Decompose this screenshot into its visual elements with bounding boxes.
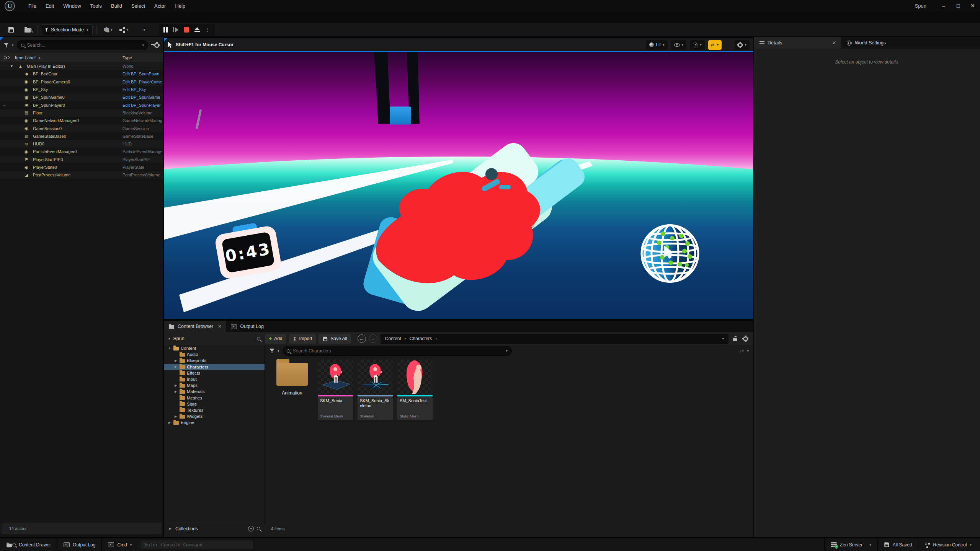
tree-folder-maps[interactable]: ▶Maps bbox=[164, 382, 265, 388]
all-saved-button[interactable]: All Saved bbox=[878, 538, 918, 551]
tree-folder-effects[interactable]: Effects bbox=[164, 370, 265, 376]
actor-label[interactable]: Floor bbox=[33, 111, 42, 115]
actor-label[interactable]: GameNetworkManager0 bbox=[33, 118, 79, 123]
close-button[interactable]: ✕ bbox=[965, 0, 980, 11]
menu-actor[interactable]: Actor bbox=[150, 0, 170, 11]
outliner-row[interactable]: ◉BP_PlayerCamera0Edit BP_PlayerCamera bbox=[0, 78, 163, 86]
asset-filter-chevron[interactable]: ▾ bbox=[278, 349, 279, 353]
eject-button[interactable] bbox=[194, 27, 200, 32]
tree-folder-widgets[interactable]: ▶Widgets bbox=[164, 413, 265, 419]
tree-folder-content[interactable]: ▼Content bbox=[164, 345, 265, 351]
asset-card-skm_sonia_skeleton[interactable]: SKM_Sonia_Skeleton Skeleton bbox=[358, 360, 393, 420]
frame-skip-button[interactable] bbox=[173, 27, 178, 33]
collections-chevron[interactable]: ▶ bbox=[168, 527, 172, 530]
asset-folder-animation[interactable]: Animation bbox=[271, 360, 313, 396]
tree-chevron[interactable]: ▼ bbox=[168, 347, 172, 350]
menu-build[interactable]: Build bbox=[106, 0, 127, 11]
outliner-search-input[interactable] bbox=[27, 42, 140, 48]
outliner-row[interactable]: ▣BP_SpunGame0Edit BP_SpunGame bbox=[0, 93, 163, 101]
source-search-icon[interactable] bbox=[257, 337, 260, 341]
outliner-row[interactable]: ◉ParticleEventManager0ParticleEventManag… bbox=[0, 148, 163, 155]
import-button[interactable]: ↧Import bbox=[289, 334, 316, 344]
tab-details[interactable]: Details ✕ bbox=[754, 37, 841, 49]
cinematics-dropdown-button[interactable]: ▾ bbox=[132, 25, 149, 35]
menu-select[interactable]: Select bbox=[127, 0, 150, 11]
actor-label[interactable]: Main (Play In Editor) bbox=[27, 64, 65, 68]
tree-chevron[interactable]: ▶ bbox=[174, 415, 178, 418]
hidden-eye-icon[interactable]: ⌣ bbox=[3, 103, 10, 108]
outliner-row[interactable]: ⊕HUD0HUD bbox=[0, 140, 163, 148]
breadcrumb[interactable]: Content›Characters› ▾ bbox=[381, 334, 728, 344]
outliner-row[interactable]: ☻BP_BedCharEdit BP_SpunPawn bbox=[0, 70, 163, 78]
camera-speed-dropdown[interactable]: ▾ bbox=[690, 40, 705, 50]
eye-column-icon[interactable] bbox=[4, 56, 10, 59]
actor-label[interactable]: PlayerState0 bbox=[33, 165, 57, 170]
edit-blueprint-link[interactable]: Edit BP_SpunGame bbox=[122, 95, 162, 99]
actor-label[interactable]: PlayerStartPIE0 bbox=[33, 157, 63, 162]
cmd-dropdown[interactable]: >_Cmd▾ bbox=[102, 538, 138, 551]
zen-server-button[interactable]: Zen Server▾ bbox=[825, 538, 877, 551]
actor-label[interactable]: GameStateBase0 bbox=[33, 134, 66, 139]
sort-view-chevron[interactable]: ▾ bbox=[747, 349, 749, 353]
tab-content-browser[interactable]: Content Browser ✕ bbox=[164, 321, 226, 332]
outliner-row[interactable]: ▤FloorBlockingVolume bbox=[0, 109, 163, 117]
outliner-row[interactable]: ⌣▣BP_SpunPlayer0Edit BP_SpunPlayer bbox=[0, 101, 163, 109]
outliner-search[interactable]: ▾ bbox=[17, 40, 148, 50]
menu-tools[interactable]: Tools bbox=[86, 0, 106, 11]
back-button[interactable]: ← bbox=[358, 334, 366, 343]
actor-label[interactable]: BP_SpunPlayer0 bbox=[33, 103, 65, 108]
viewport-scene[interactable]: 0:43 bbox=[164, 51, 753, 319]
save-current-level-button[interactable] bbox=[5, 25, 17, 35]
tree-folder-textures[interactable]: Textures bbox=[164, 407, 265, 413]
tree-folder-blueprints[interactable]: ▶Blueprints bbox=[164, 357, 265, 364]
view-mode-dropdown[interactable]: Lit▾ bbox=[646, 40, 667, 50]
outliner-row[interactable]: ▧GameStateBase0GameStateBase bbox=[0, 132, 163, 140]
blueprints-dropdown-button[interactable]: ▾ bbox=[116, 25, 132, 35]
outliner-row[interactable]: ◪PostProcessVolumePostProcessVolume bbox=[0, 171, 163, 179]
actor-label[interactable]: PostProcessVolume bbox=[33, 173, 70, 177]
minimize-button[interactable]: – bbox=[936, 0, 951, 11]
tree-folder-characters[interactable]: ▶Characters bbox=[164, 364, 265, 370]
asset-search[interactable]: ▾ bbox=[283, 346, 512, 356]
tree-folder-input[interactable]: Input bbox=[164, 376, 265, 382]
edit-blueprint-link[interactable]: Edit BP_SpunPlayer bbox=[122, 103, 162, 108]
outliner-filter-icon[interactable] bbox=[4, 43, 9, 47]
outliner-settings-icon[interactable] bbox=[154, 43, 159, 48]
tree-chevron[interactable]: ▶ bbox=[174, 384, 178, 387]
asset-card-skm_sonia[interactable]: SKM_Sonia Skeletal Mesh bbox=[318, 360, 353, 420]
play-options-menu[interactable]: ⋮ bbox=[205, 27, 210, 33]
breadcrumb-characters[interactable]: Characters bbox=[410, 336, 432, 341]
tree-folder-audio[interactable]: Audio bbox=[164, 351, 265, 357]
sort-view-options-icon[interactable]: ↓≡ bbox=[739, 348, 744, 354]
outliner-row[interactable]: ◉GameNetworkManager0GameNetworkManager bbox=[0, 117, 163, 124]
collections-search-icon[interactable] bbox=[257, 527, 260, 530]
revision-control-button[interactable]: Revision Control▾ bbox=[918, 538, 978, 551]
menu-file[interactable]: File bbox=[24, 0, 41, 11]
actor-label[interactable]: BP_Sky bbox=[33, 87, 48, 92]
add-actor-button[interactable]: +▾ bbox=[101, 25, 116, 35]
stop-button[interactable] bbox=[184, 27, 189, 33]
realtime-effects-toggle[interactable]: ⇄✦ bbox=[708, 40, 722, 50]
close-tab-icon[interactable]: ✕ bbox=[218, 324, 222, 329]
outliner-filter-chevron[interactable]: ▾ bbox=[12, 43, 14, 47]
edit-blueprint-link[interactable]: Edit BP_PlayerCamera bbox=[122, 80, 162, 84]
tree-chevron[interactable]: ▶ bbox=[174, 365, 178, 368]
console-command-input[interactable] bbox=[140, 540, 253, 550]
outliner-row[interactable]: ◉PlayerState0PlayerState bbox=[0, 163, 163, 171]
content-drawer-button[interactable]: Content Drawer bbox=[0, 538, 57, 551]
lock-icon[interactable] bbox=[733, 338, 737, 341]
column-item-label[interactable]: Item Label bbox=[15, 55, 36, 60]
add-collection-button[interactable]: + bbox=[248, 526, 254, 531]
actor-label[interactable]: HUD0 bbox=[33, 142, 44, 146]
outliner-row[interactable]: ⚑PlayerStartPIE0PlayerStartPIE bbox=[0, 156, 163, 163]
tree-folder-meshes[interactable]: Meshes bbox=[164, 395, 265, 401]
viewport-settings-dropdown[interactable]: ▾ bbox=[735, 40, 750, 50]
forward-button[interactable]: → bbox=[369, 334, 377, 343]
maximize-button[interactable]: □ bbox=[951, 0, 965, 11]
tab-output-log[interactable]: >_ Output Log bbox=[226, 321, 268, 332]
actor-label[interactable]: BP_PlayerCamera0 bbox=[33, 80, 70, 84]
save-all-button[interactable]: Save All bbox=[318, 334, 351, 344]
column-type[interactable]: Type bbox=[122, 55, 132, 60]
asset-search-input[interactable] bbox=[293, 348, 503, 354]
source-collapse-chevron[interactable]: ▾ bbox=[168, 337, 170, 341]
